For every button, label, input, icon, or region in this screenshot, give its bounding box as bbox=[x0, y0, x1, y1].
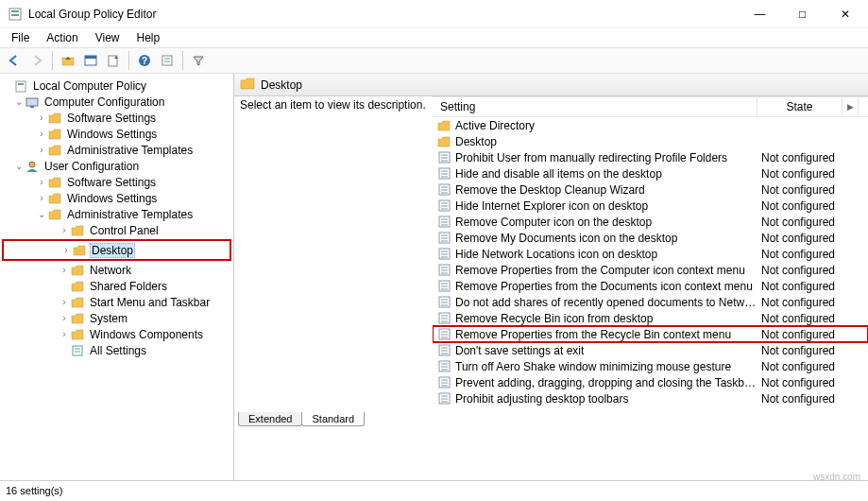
forward-button[interactable] bbox=[26, 50, 47, 71]
row-name: Hide Internet Explorer icon on desktop bbox=[455, 199, 648, 213]
tree-item[interactable]: ›Windows Settings bbox=[2, 190, 231, 206]
setting-icon bbox=[436, 248, 451, 261]
list-row[interactable]: Desktop bbox=[433, 133, 868, 149]
menu-help[interactable]: Help bbox=[129, 29, 168, 46]
tree-item[interactable]: ›Windows Settings bbox=[2, 126, 231, 142]
tab-standard[interactable]: Standard bbox=[301, 412, 365, 426]
row-state: Not configured bbox=[757, 199, 852, 213]
setting-icon bbox=[436, 232, 451, 245]
list-row[interactable]: Prohibit adjusting desktop toolbarsNot c… bbox=[433, 390, 868, 406]
tree-item[interactable]: ›System bbox=[2, 310, 231, 326]
list-row[interactable]: Remove Computer icon on the desktopNot c… bbox=[433, 214, 868, 230]
highlight-desktop: ›Desktop bbox=[2, 239, 231, 261]
tree-admin-templates[interactable]: ⌄Administrative Templates bbox=[2, 206, 231, 222]
tree-root[interactable]: Local Computer Policy bbox=[2, 78, 231, 94]
setting-icon bbox=[436, 296, 451, 309]
show-hide-button[interactable] bbox=[80, 50, 101, 71]
row-name: Remove Properties from the Recycle Bin c… bbox=[455, 328, 731, 341]
row-name: Remove Properties from the Computer icon… bbox=[455, 264, 745, 277]
scroll-right-icon[interactable]: ▶ bbox=[842, 97, 859, 116]
minimize-button[interactable]: — bbox=[739, 0, 781, 27]
row-name: Remove Computer icon on the desktop bbox=[455, 216, 652, 229]
row-state: Not configured bbox=[757, 360, 852, 373]
tree-item[interactable]: All Settings bbox=[2, 342, 231, 358]
row-name: Remove Properties from the Documents ico… bbox=[455, 280, 753, 293]
expand-icon[interactable]: ⌄ bbox=[36, 209, 47, 219]
list-row[interactable]: Remove Recycle Bin icon from desktopNot … bbox=[433, 310, 868, 326]
list-row[interactable]: Turn off Aero Shake window minimizing mo… bbox=[433, 358, 868, 374]
list-row[interactable]: Remove the Desktop Cleanup WizardNot con… bbox=[433, 181, 868, 198]
expand-icon[interactable]: › bbox=[60, 245, 72, 255]
list-row[interactable]: Prohibit User from manually redirecting … bbox=[433, 149, 868, 165]
tree-user-config[interactable]: ⌄User Configuration bbox=[2, 158, 231, 174]
row-state: Not configured bbox=[757, 344, 852, 357]
tree-item[interactable]: ›Administrative Templates bbox=[2, 142, 231, 158]
svg-rect-13 bbox=[18, 83, 24, 85]
list-row[interactable]: Hide Network Locations icon on desktopNo… bbox=[433, 246, 868, 262]
expand-icon[interactable]: › bbox=[36, 112, 47, 123]
list-row[interactable]: Remove My Documents icon on the desktopN… bbox=[433, 230, 868, 246]
row-state: Not configured bbox=[757, 392, 852, 406]
tree-item[interactable]: ›Start Menu and Taskbar bbox=[2, 294, 231, 310]
tab-extended[interactable]: Extended bbox=[238, 412, 302, 426]
expand-icon[interactable]: › bbox=[59, 297, 70, 307]
menu-view[interactable]: View bbox=[88, 29, 128, 46]
row-name: Do not add shares of recently opened doc… bbox=[455, 296, 757, 309]
tree-item[interactable]: ›Software Settings bbox=[2, 174, 231, 190]
expand-icon[interactable]: › bbox=[36, 129, 47, 139]
menu-file[interactable]: File bbox=[4, 29, 37, 46]
tree-item[interactable]: ›Network bbox=[2, 262, 231, 278]
expand-icon[interactable]: › bbox=[36, 177, 47, 187]
tree-item[interactable]: ›Control Panel bbox=[2, 222, 231, 238]
expand-icon[interactable]: › bbox=[59, 225, 70, 235]
row-state: Not configured bbox=[757, 376, 852, 389]
expand-icon[interactable]: ⌄ bbox=[13, 96, 25, 107]
list-row[interactable]: Do not add shares of recently opened doc… bbox=[433, 294, 868, 310]
list-row[interactable]: Hide and disable all items on the deskto… bbox=[433, 165, 868, 181]
maximize-button[interactable]: □ bbox=[781, 0, 824, 27]
row-state: Not configured bbox=[757, 264, 852, 277]
column-setting[interactable]: Setting bbox=[433, 97, 757, 116]
list-row[interactable]: Remove Properties from the Computer icon… bbox=[433, 262, 868, 278]
tree-panel[interactable]: Local Computer Policy ⌄Computer Configur… bbox=[0, 74, 234, 480]
tree-item[interactable]: ›Windows Components bbox=[2, 326, 231, 342]
expand-icon[interactable]: ⌄ bbox=[13, 161, 25, 171]
row-state: Not configured bbox=[757, 328, 852, 341]
expand-icon[interactable]: › bbox=[36, 193, 47, 203]
row-name: Remove Recycle Bin icon from desktop bbox=[455, 312, 653, 325]
svg-text:?: ? bbox=[142, 56, 147, 66]
expand-icon[interactable]: › bbox=[59, 329, 70, 339]
list-row[interactable]: Remove Properties from the Documents ico… bbox=[433, 278, 868, 294]
setting-icon bbox=[436, 183, 451, 197]
properties-button[interactable] bbox=[157, 50, 178, 71]
list-row[interactable]: Remove Properties from the Recycle Bin c… bbox=[433, 326, 868, 342]
tree-item[interactable]: Shared Folders bbox=[2, 278, 231, 294]
expand-icon[interactable]: › bbox=[59, 313, 70, 323]
list-row[interactable]: Don't save settings at exitNot configure… bbox=[433, 342, 868, 358]
tree-desktop[interactable]: ›Desktop bbox=[4, 242, 230, 258]
list-row[interactable]: Hide Internet Explorer icon on desktopNo… bbox=[433, 198, 868, 214]
menu-action[interactable]: Action bbox=[39, 29, 85, 46]
expand-icon[interactable]: › bbox=[36, 145, 47, 155]
row-state: Not configured bbox=[757, 183, 852, 197]
settings-list[interactable]: Active DirectoryDesktopProhibit User fro… bbox=[433, 117, 868, 406]
help-button[interactable]: ? bbox=[134, 50, 155, 71]
tree-item[interactable]: ›Software Settings bbox=[2, 110, 231, 126]
breadcrumb: Desktop bbox=[234, 74, 868, 96]
back-button[interactable] bbox=[4, 50, 25, 71]
row-name: Prohibit adjusting desktop toolbars bbox=[455, 392, 628, 406]
filter-button[interactable] bbox=[188, 50, 209, 71]
row-name: Prevent adding, dragging, dropping and c… bbox=[455, 376, 757, 389]
export-button[interactable] bbox=[103, 50, 124, 71]
expand-icon[interactable]: › bbox=[59, 265, 70, 275]
svg-rect-17 bbox=[73, 346, 82, 355]
setting-icon bbox=[436, 376, 451, 389]
tree-computer-config[interactable]: ⌄Computer Configuration bbox=[2, 94, 231, 110]
list-row[interactable]: Prevent adding, dragging, dropping and c… bbox=[433, 374, 868, 390]
column-state[interactable]: State bbox=[757, 97, 842, 116]
list-row[interactable]: Active Directory bbox=[433, 117, 868, 133]
up-button[interactable] bbox=[58, 50, 78, 71]
setting-icon bbox=[436, 199, 451, 213]
close-button[interactable]: ✕ bbox=[824, 0, 866, 27]
setting-icon bbox=[436, 360, 451, 373]
